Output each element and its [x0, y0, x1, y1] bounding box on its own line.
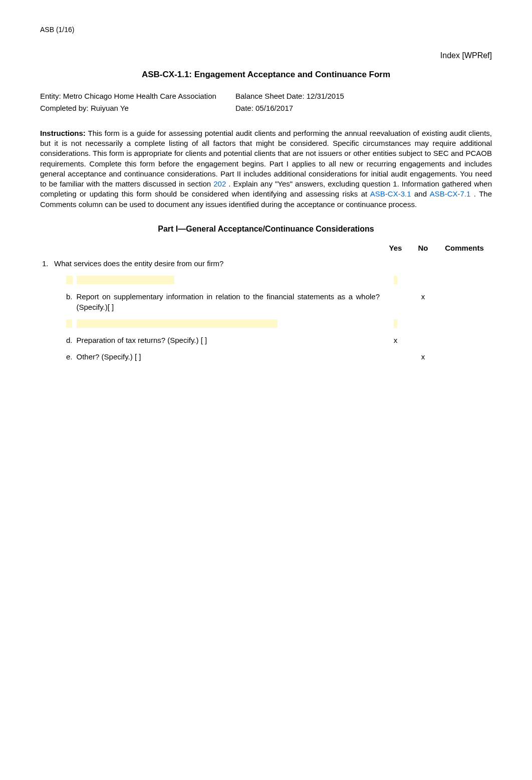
date-label: Date: [235, 104, 253, 112]
link-asb-cx-3-1[interactable]: ASB-CX-3.1 [370, 189, 411, 198]
form-title: ASB-CX-1.1: Engagement Acceptance and Co… [40, 69, 492, 81]
column-header-no: No [409, 241, 437, 255]
link-section-202[interactable]: 202 [213, 179, 226, 188]
meta-row-1: Entity: Metro Chicago Home Health Care A… [40, 91, 492, 101]
column-header-comments: Comments [437, 241, 492, 255]
item-1a-comments [437, 272, 492, 288]
item-1e-comments [437, 348, 492, 365]
item-1e-text: Other? (Specify.) [ ] [75, 348, 382, 365]
index-reference: Index [WPRef] [40, 50, 492, 61]
part-1-title: Part I—General Acceptance/Continuance Co… [40, 224, 492, 235]
meta-row-2: Completed by: Ruiyuan Ye Date: 05/16/201… [40, 103, 492, 113]
item-1e-letter: e. [52, 348, 75, 365]
question-table: Yes No Comments 1. What services does th… [40, 241, 492, 365]
item-1a-text: Audit of financial statements? [75, 272, 382, 288]
item-1c-yes: x [382, 315, 409, 332]
item-1b-yes [382, 288, 409, 315]
entity-label: Entity: [40, 92, 61, 100]
link-asb-cx-7-1[interactable]: ASB-CX-7.1 [430, 189, 471, 198]
item-1c-letter: c. [52, 315, 75, 332]
item-1b-text: Report on supplementary information in r… [75, 288, 382, 315]
date-value: 05/16/2017 [255, 104, 293, 112]
question-1-text: What services does the entity desire fro… [52, 255, 382, 272]
question-1e-row: e. Other? (Specify.) [ ] x [40, 348, 492, 365]
question-1c-row: c. Assist the client with the preparatio… [40, 315, 492, 332]
instructions-paragraph: Instructions: This form is a guide for a… [40, 128, 492, 210]
item-1b-letter: b. [52, 288, 75, 315]
question-1b-row: b. Report on supplementary information i… [40, 288, 492, 315]
item-1c-comments [437, 315, 492, 332]
question-1d-row: d. Preparation of tax returns? (Specify.… [40, 332, 492, 348]
item-1e-yes [382, 348, 409, 365]
question-1-number: 1. [40, 255, 52, 272]
item-1e-no: x [409, 348, 437, 365]
item-1c-text: Assist the client with the preparation o… [75, 315, 382, 332]
item-1b-no: x [409, 288, 437, 315]
item-1a-yes: x [382, 272, 409, 288]
item-1d-text: Preparation of tax returns? (Specify.) [… [75, 332, 382, 348]
item-1d-no [409, 332, 437, 348]
question-1-row: 1. What services does the entity desire … [40, 255, 492, 272]
header-version-note: ASB (1/16) [40, 25, 492, 35]
item-1d-comments [437, 332, 492, 348]
instructions-label: Instructions: [40, 129, 86, 137]
column-header-yes: Yes [382, 241, 409, 255]
item-1d-letter: d. [52, 332, 75, 348]
question-1a-row: a. Audit of financial statements? x [40, 272, 492, 288]
entity-value: Metro Chicago Home Health Care Associati… [63, 92, 216, 100]
completed-by-label: Completed by: [40, 104, 89, 112]
item-1d-yes: x [382, 332, 409, 348]
instructions-text-and: and [411, 189, 430, 198]
item-1a-letter: a. [52, 272, 75, 288]
item-1a-no [409, 272, 437, 288]
completed-by-value: Ruiyuan Ye [91, 104, 129, 112]
balance-date-value: 12/31/2015 [307, 92, 344, 100]
item-1c-no [409, 315, 437, 332]
balance-date-label: Balance Sheet Date: [235, 92, 305, 100]
item-1b-comments [437, 288, 492, 315]
